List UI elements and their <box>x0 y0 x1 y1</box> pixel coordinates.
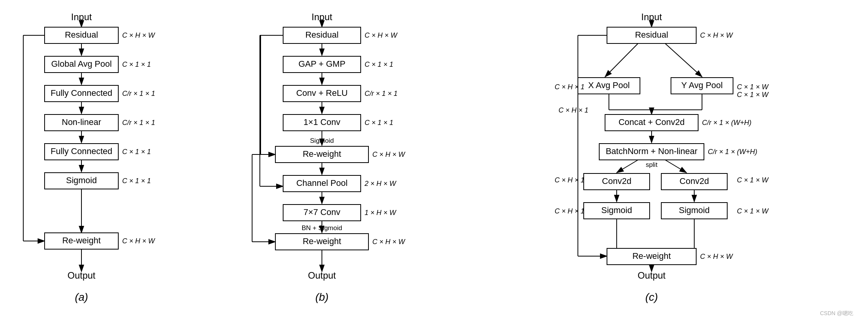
a-nonlinear-label: Non-linear <box>62 117 101 127</box>
c-concat-dim: C/r × 1 × (W+H) <box>702 119 752 127</box>
b-7x7conv-label: 7×7 Conv <box>304 207 341 217</box>
a-sigmoid-dim: C × 1 × 1 <box>122 177 151 185</box>
c-concat-label: Concat + Conv2d <box>619 117 685 127</box>
b-output: Output <box>308 270 336 281</box>
a-fc1-label: Fully Connected <box>51 88 112 98</box>
c-dim-ch1: C × H × 1 <box>555 83 584 91</box>
c-residual-dim: C × H × W <box>700 31 733 39</box>
b-input: Input <box>311 12 332 22</box>
c-dim-c1w-2: C × 1 × W <box>737 176 769 184</box>
a-reweight-label: Re-weight <box>62 236 100 245</box>
c-ypool-label: Y Avg Pool <box>681 80 723 90</box>
c-conv-r-label: Conv2d <box>680 176 709 186</box>
watermark: CSDN @嗯吃 <box>820 310 853 316</box>
a-sigmoid-label: Sigmoid <box>66 175 97 185</box>
b-convrelu-dim: C/r × 1 × 1 <box>365 90 398 97</box>
b-1x1conv-dim: C × 1 × 1 <box>365 119 393 127</box>
c-dim-c1w-right: C × 1 × W <box>737 83 769 91</box>
a-fc2-label: Fully Connected <box>51 146 112 156</box>
c-conv-l-label: Conv2d <box>602 176 631 186</box>
a-nonlinear-dim: C/r × 1 × 1 <box>122 119 155 127</box>
b-gapgmp-label: GAP + GMP <box>298 59 345 69</box>
c-bn-dim: C/r × 1 × (W+H) <box>708 148 757 156</box>
a-fc1-dim: C/r × 1 × 1 <box>122 90 155 97</box>
c-dim-c1w: C × 1 × W <box>737 91 769 99</box>
a-output: Output <box>67 270 95 281</box>
b-chanpool-label: Channel Pool <box>296 178 348 188</box>
c-reweight-dim: C × H × W <box>700 253 733 260</box>
c-dim-ch1-3: C × H × 1 <box>555 207 584 215</box>
c-sig-r-label: Sigmoid <box>679 205 709 215</box>
a-fc2-dim: C × 1 × 1 <box>122 148 151 156</box>
b-1x1conv-label: 1×1 Conv <box>304 117 341 127</box>
b-residual-dim: C × H × W <box>365 31 398 39</box>
a-input: Input <box>71 12 92 22</box>
a-gap-dim: C × 1 × 1 <box>122 61 151 68</box>
b-chanpool-dim: 2 × H × W <box>364 180 397 187</box>
a-reweight-dim: C × H × W <box>122 237 156 245</box>
b-residual-label: Residual <box>305 30 339 40</box>
c-split-label: split <box>646 161 658 168</box>
b-rw1-dim: C × H × W <box>372 151 406 158</box>
b-rw2-label: Re-weight <box>303 236 341 246</box>
c-residual-label: Residual <box>635 30 668 40</box>
b-caption: (b) <box>315 291 329 303</box>
a-residual-label: Residual <box>65 30 98 40</box>
a-caption: (a) <box>75 291 88 303</box>
c-bn-label: BatchNorm + Non-linear <box>606 146 698 156</box>
c-sig-l-label: Sigmoid <box>601 205 632 215</box>
a-gap-label: Global Avg Pool <box>51 59 112 69</box>
svg-rect-19 <box>0 0 868 319</box>
c-dim-ch1-left: C × H × 1 <box>558 106 588 114</box>
b-rw2-dim: C × H × W <box>372 238 406 246</box>
c-output: Output <box>638 270 666 281</box>
b-7x7conv-dim: 1 × H × W <box>365 209 397 217</box>
b-gapgmp-dim: C × 1 × 1 <box>365 61 393 68</box>
c-reweight-label: Re-weight <box>632 251 671 261</box>
a-residual-dim: C × H × W <box>122 31 156 39</box>
b-rw1-label: Re-weight <box>303 149 341 159</box>
c-input: Input <box>641 12 662 22</box>
c-caption: (c) <box>645 291 658 303</box>
c-xpool-label: X Avg Pool <box>588 80 629 90</box>
c-dim-c1w-3: C × 1 × W <box>737 207 769 215</box>
c-dim-ch1-2: C × H × 1 <box>555 176 584 184</box>
b-convrelu-label: Conv + ReLU <box>296 88 348 98</box>
